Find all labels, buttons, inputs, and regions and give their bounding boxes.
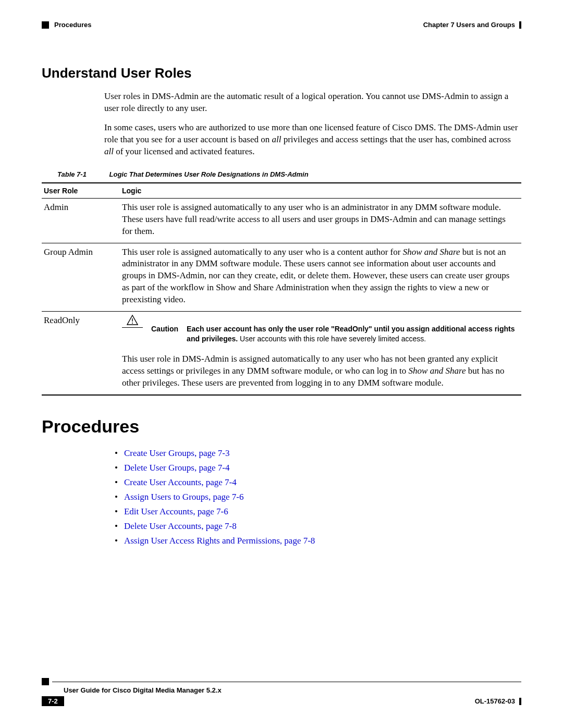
table-header-row: User Role Logic — [42, 183, 521, 199]
intro2-em1: all — [272, 134, 281, 144]
ga-part-a: This user role is assigned automatically… — [122, 247, 403, 257]
ga-em1: Show and Share — [403, 247, 460, 257]
table-row: Admin This user role is assigned automat… — [42, 198, 521, 243]
table-row: ReadOnly Caution Each — [42, 312, 521, 395]
header-bar-icon — [519, 21, 521, 29]
caution-block: Caution Each user account has only the u… — [122, 315, 517, 344]
footer-bottom: 7-2 OL-15762-03 — [42, 696, 521, 706]
caution-text: Each user account has only the user role… — [187, 315, 517, 344]
bullet-icon: • — [115, 536, 118, 546]
bullet-icon: • — [115, 463, 118, 473]
list-item: •Delete User Groups, page 7-4 — [115, 463, 521, 473]
intro2-part-b: privileges and access settings that the … — [281, 134, 510, 144]
header-left: Procedures — [42, 21, 92, 29]
list-item: •Edit User Accounts, page 7-6 — [115, 507, 521, 517]
table-caption-number: Table 7-1 — [57, 170, 87, 178]
caution-label: Caution — [151, 315, 178, 334]
doc-id: OL-15762-03 — [475, 697, 521, 705]
footer-bar-icon — [519, 698, 521, 705]
cell-role-admin: Admin — [42, 198, 120, 243]
link-create-user-accounts[interactable]: Create User Accounts, page 7-4 — [124, 477, 237, 488]
footer-square-icon — [42, 678, 49, 685]
link-delete-user-accounts[interactable]: Delete User Accounts, page 7-8 — [124, 521, 237, 532]
link-assign-users-to-groups[interactable]: Assign Users to Groups, page 7-6 — [124, 492, 243, 502]
table-row: Group Admin This user role is assigned a… — [42, 243, 521, 312]
list-item: •Assign User Access Rights and Permissio… — [115, 536, 521, 546]
page-number-badge: 7-2 — [42, 696, 64, 706]
cell-logic-readonly: Caution Each user account has only the u… — [120, 312, 521, 395]
link-edit-user-accounts[interactable]: Edit User Accounts, page 7-6 — [124, 507, 228, 517]
intro2-part-c: of your licensed and activated features. — [114, 146, 254, 156]
link-delete-user-groups[interactable]: Delete User Groups, page 7-4 — [124, 463, 230, 473]
list-item: •Delete User Accounts, page 7-8 — [115, 521, 521, 532]
list-item: •Create User Groups, page 7-3 — [115, 448, 521, 459]
link-assign-user-access-rights[interactable]: Assign User Access Rights and Permission… — [124, 536, 315, 546]
footer-rule-wrap — [42, 678, 521, 685]
caution-rest-text: User accounts with this role have severe… — [238, 335, 426, 343]
cell-logic-admin: This user role is assigned automatically… — [120, 198, 521, 243]
th-user-role: User Role — [42, 183, 120, 199]
intro-paragraph-2: In some cases, users who are authorized … — [104, 122, 521, 158]
cell-logic-group-admin: This user role is assigned automatically… — [120, 243, 521, 312]
cell-role-group-admin: Group Admin — [42, 243, 120, 312]
section-title-understand-user-roles: Understand User Roles — [42, 65, 521, 81]
header-section-label: Procedures — [54, 21, 92, 29]
table-caption: Table 7-1 Logic That Determines User Rol… — [57, 170, 521, 178]
page-footer: User Guide for Cisco Digital Media Manag… — [42, 678, 521, 706]
caution-icon-wrap — [122, 315, 143, 328]
svg-point-2 — [132, 323, 133, 324]
cell-role-readonly: ReadOnly — [42, 312, 120, 395]
ro-em1: Show and Share — [409, 366, 466, 376]
list-item: •Assign Users to Groups, page 7-6 — [115, 492, 521, 502]
bullet-icon: • — [115, 507, 118, 517]
section-title-procedures: Procedures — [42, 416, 521, 437]
caution-rule — [122, 327, 143, 328]
header-right: Chapter 7 Users and Groups — [423, 21, 521, 29]
user-role-table: User Role Logic Admin This user role is … — [42, 182, 521, 396]
page-header: Procedures Chapter 7 Users and Groups — [42, 21, 521, 29]
table-caption-title: Logic That Determines User Role Designat… — [109, 170, 309, 178]
doc-id-text: OL-15762-03 — [475, 697, 515, 705]
th-logic: Logic — [120, 183, 521, 199]
procedures-link-list: •Create User Groups, page 7-3 •Delete Us… — [115, 448, 521, 546]
caution-triangle-icon — [127, 315, 138, 325]
intro2-em2: all — [104, 146, 114, 156]
bullet-icon: • — [115, 492, 118, 502]
header-square-icon — [42, 21, 49, 29]
link-create-user-groups[interactable]: Create User Groups, page 7-3 — [124, 448, 230, 459]
footer-guide-title: User Guide for Cisco Digital Media Manag… — [64, 686, 521, 694]
intro-paragraph-1: User roles in DMS-Admin are the automati… — [104, 91, 521, 115]
bullet-icon: • — [115, 477, 118, 488]
footer-rule — [52, 682, 521, 682]
list-item: •Create User Accounts, page 7-4 — [115, 477, 521, 488]
bullet-icon: • — [115, 521, 118, 532]
bullet-icon: • — [115, 448, 118, 459]
header-chapter-label: Chapter 7 Users and Groups — [423, 21, 515, 29]
